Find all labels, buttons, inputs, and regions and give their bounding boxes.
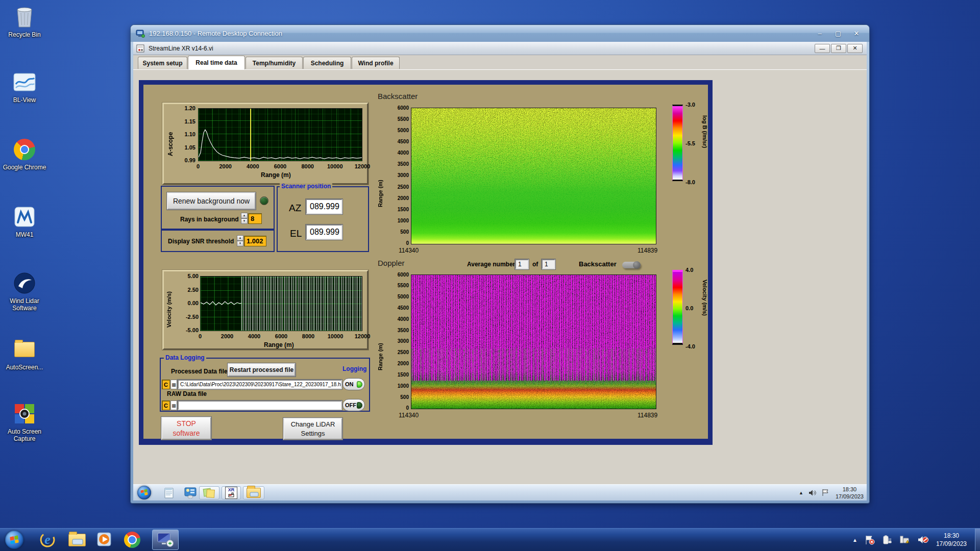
doppler-y-axis: 6000550050004500400035003000250020001500… (388, 274, 409, 408)
drive-c-icon[interactable]: C (162, 380, 170, 389)
snr-stepper[interactable]: ▲▼ (237, 235, 243, 246)
rdp-computer-icon (136, 30, 145, 38)
app-titlebar[interactable]: StreamLine XR v14-6.vi — ❐ ✕ (133, 42, 867, 55)
desktop-icon-auto-screen-capture[interactable]: Auto Screen Capture (1, 402, 48, 442)
processed-logging-on-toggle[interactable]: ON (342, 378, 365, 390)
desktop-icon-autoscreen-folder[interactable]: AutoScreen... (1, 338, 48, 371)
power-plug-icon[interactable] (882, 535, 892, 545)
desktop: Recycle Bin BL-View Google Chrome MW41 W… (0, 0, 980, 551)
velocity-y-axis: 5.002.500.00-2.50-5.00 (176, 276, 199, 330)
xr-app-taskbar-button[interactable]: XR (222, 486, 241, 499)
media-player-icon[interactable] (96, 531, 113, 548)
windows-explorer-icon[interactable] (68, 531, 86, 548)
stop-software-button[interactable]: STOPsoftware (161, 417, 211, 440)
desktop-icon-mw41[interactable]: MW41 (1, 205, 48, 238)
desktop-icon-wind-lidar[interactable]: Wind Lidar Software (1, 271, 48, 312)
rdp-close-button[interactable]: ✕ (849, 29, 864, 38)
remote-tray-expand-icon[interactable]: ▲ (799, 490, 803, 495)
on-led-icon (357, 381, 362, 388)
processed-path-field[interactable]: C:\Lidar\Data\Proc\2023\202309\20230917\… (178, 380, 342, 389)
velocity-x-axis: 020004000600080001000012000 (200, 333, 362, 339)
volume-muted-icon[interactable] (918, 535, 929, 545)
rdp-window-title: 192.168.0.150 - Remote Desktop Connectio… (149, 30, 282, 37)
tab-temp-humidity[interactable]: Temp/humidity (246, 57, 303, 69)
desktop-icon-recycle-bin[interactable]: Recycle Bin (1, 5, 48, 38)
remote-volume-icon[interactable] (808, 489, 817, 496)
rays-stepper[interactable]: ▲▼ (241, 213, 248, 224)
doppler-colorbar (672, 270, 683, 345)
rdp-minimize-button[interactable]: – (812, 29, 827, 38)
app-window-title: StreamLine XR v14-6.vi (149, 45, 213, 52)
show-desktop-button[interactable] (975, 529, 980, 551)
sticky-notes-taskbar-button[interactable] (199, 486, 219, 499)
mw41-icon (13, 205, 36, 229)
folder-icon (13, 338, 36, 361)
desktop-icon-google-chrome[interactable]: Google Chrome (1, 138, 48, 171)
control-panel-icon[interactable] (184, 486, 197, 499)
snr-controls-box: Display SNR threshold ▲▼ 1.002 (161, 230, 275, 252)
desktop-icon-bl-view[interactable]: BL-View (1, 70, 48, 104)
average-total-field[interactable]: 1 (542, 259, 555, 269)
background-controls-box: Renew background now Rays in background … (161, 186, 275, 230)
backscatter-toggle-label: Backscatter (579, 260, 617, 268)
backscatter-colorbar (672, 105, 683, 181)
host-tray-expand-icon[interactable]: ▲ (852, 537, 857, 543)
chrome-taskbar-icon[interactable] (124, 531, 141, 548)
wind-lidar-icon (13, 271, 36, 295)
restart-processed-file-button[interactable]: Restart processed file (228, 363, 296, 377)
network-error-flag-icon[interactable] (865, 535, 875, 545)
rdp-taskbar-button[interactable] (152, 530, 179, 550)
rdp-maximize-button[interactable]: ▢ (830, 29, 846, 38)
off-led-icon (357, 402, 362, 409)
main-panel: 1.201.151.101.050.99 A-scope 02000400060… (139, 80, 713, 445)
logging-label: Logging (342, 365, 366, 372)
browse-file-icon[interactable]: ▩ (170, 380, 177, 389)
auto-screen-capture-icon (13, 402, 36, 425)
rdp-titlebar[interactable]: 192.168.0.150 - Remote Desktop Connectio… (131, 25, 869, 42)
tab-real-time-data[interactable]: Real time data (188, 56, 245, 69)
raw-logging-off-toggle[interactable]: OFF (342, 399, 365, 411)
drive-c-icon[interactable]: C (162, 400, 170, 410)
ascope-group: 1.201.151.101.050.99 A-scope 02000400060… (162, 103, 369, 185)
average-number-field[interactable]: 1 (515, 259, 529, 269)
remote-taskbar: XR ▲ 18:30 17/ (133, 484, 867, 500)
az-value-field[interactable]: 089.999 (306, 199, 342, 214)
browse-file-icon[interactable]: ▩ (170, 400, 177, 410)
raw-path-field[interactable] (178, 400, 342, 410)
snr-value-field[interactable]: 1.002 (244, 236, 266, 246)
internet-explorer-icon[interactable]: e (39, 531, 56, 548)
desktop-icon-label: Wind Lidar Software (1, 297, 48, 312)
scanner-position-box: Scanner position AZ 089.999 EL 089.999 (277, 186, 369, 252)
app-restore-button[interactable]: ❐ (831, 44, 846, 53)
notepad-icon[interactable] (162, 486, 176, 499)
change-lidar-settings-button[interactable]: Change LiDARSettings (283, 418, 342, 440)
average-number-label: Average number (467, 261, 515, 268)
host-start-button[interactable] (5, 531, 23, 549)
remote-action-center-flag-icon[interactable] (822, 489, 829, 496)
bl-view-icon (13, 70, 36, 94)
ascope-plot (198, 108, 362, 161)
backup-warning-icon[interactable]: ! (899, 535, 911, 545)
tab-system-setup[interactable]: System setup (138, 57, 187, 69)
renew-background-button[interactable]: Renew background now (167, 192, 256, 210)
ascope-y-label: A-scope (167, 115, 174, 156)
remote-start-button[interactable] (137, 486, 151, 499)
explorer-taskbar-button[interactable] (243, 486, 264, 499)
tab-scheduling[interactable]: Scheduling (303, 57, 351, 69)
host-clock[interactable]: 18:30 17/09/2023 (936, 532, 967, 548)
tab-wind-profile[interactable]: Wind profile (352, 57, 400, 69)
backscatter-toggle[interactable] (622, 262, 641, 268)
toggle-knob (633, 261, 641, 269)
app-close-button[interactable]: ✕ (847, 44, 863, 53)
app-minimize-button[interactable]: — (815, 44, 830, 53)
backscatter-x-start: 114340 (399, 247, 419, 254)
backscatter-x-end: 114839 (638, 247, 657, 254)
el-value-field[interactable]: 089.999 (306, 224, 342, 240)
doppler-colorbar-label: Velocity (m/s) (702, 280, 708, 316)
rays-value-field[interactable]: 8 (248, 213, 262, 224)
renew-led-icon (260, 196, 268, 205)
rays-label: Rays in background (180, 216, 239, 223)
windows-flag-icon (140, 489, 148, 496)
svg-text:!: ! (908, 541, 909, 544)
remote-clock[interactable]: 18:30 17/09/2023 (836, 486, 864, 500)
